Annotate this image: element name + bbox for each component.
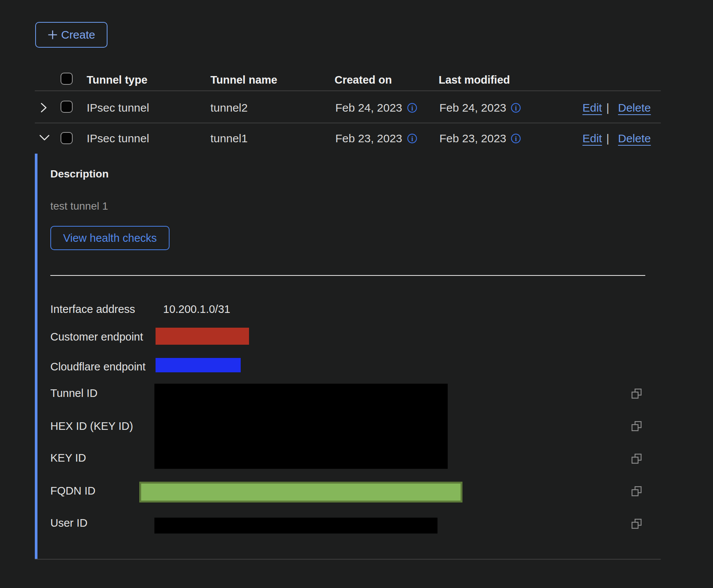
- svg-text:i: i: [411, 104, 413, 112]
- svg-text:i: i: [411, 135, 413, 143]
- svg-text:i: i: [515, 104, 517, 112]
- svg-text:i: i: [515, 135, 517, 143]
